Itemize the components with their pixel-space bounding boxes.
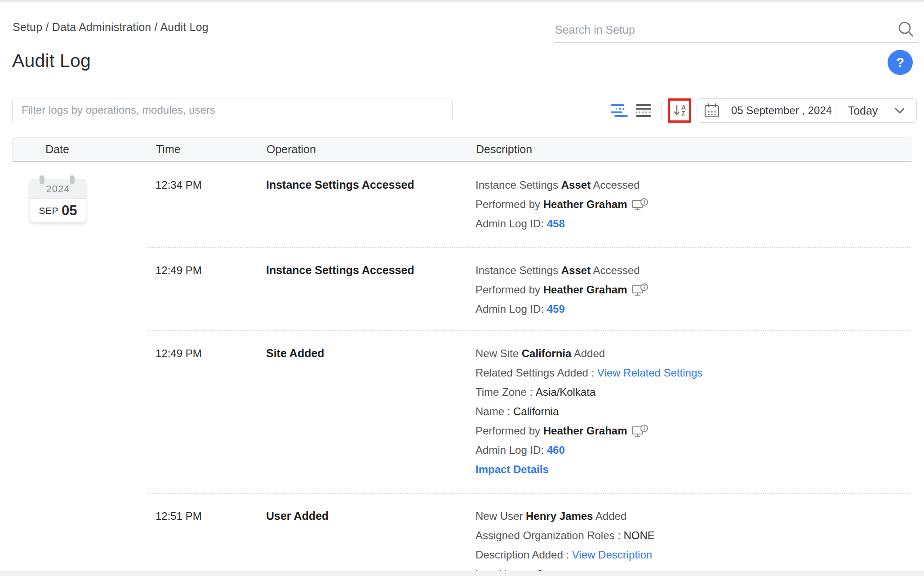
description-text: Time Zone :: [475, 386, 536, 398]
detail-line: [636, 108, 651, 110]
setup-search: [554, 17, 918, 43]
link[interactable]: View Description: [572, 549, 652, 561]
row-description: Instance Settings Asset AccessedPerforme…: [470, 247, 911, 330]
detail-line: [636, 104, 651, 106]
device-info-icon[interactable]: [631, 424, 649, 439]
summary-line: [614, 115, 628, 117]
row-operation: Site Added: [259, 330, 470, 493]
audit-log-table: Date Time Operation Description 2024SEP0…: [12, 137, 911, 576]
date-picker-group: 05 September , 2024 Today: [697, 98, 917, 123]
row-description: New User Henry James AddedAssigned Organ…: [470, 493, 911, 576]
description-text: California: [522, 347, 572, 359]
description-line: New Site California Added: [475, 344, 901, 363]
description-text: Added: [593, 510, 626, 522]
date-card-year: 2024: [30, 179, 86, 199]
description-line: Instance Settings Asset Accessed: [475, 261, 901, 280]
binder-ring: [70, 175, 75, 184]
description-line: Related Settings Added : View Related Se…: [475, 363, 901, 382]
description-text: Assigned Organization Roles :: [475, 529, 624, 541]
description-text: Performed by: [475, 284, 543, 296]
description-text: Name :: [475, 405, 513, 417]
date-card-month: SEP: [39, 201, 58, 220]
sort-az-button[interactable]: AZ: [668, 98, 691, 123]
description-text: Instance Settings: [475, 179, 561, 191]
description-text: Admin Log ID:: [475, 444, 547, 456]
row-description: New Site California AddedRelated Setting…: [470, 330, 911, 493]
toolbar: AZ 05 September , 2024 Today: [611, 98, 917, 123]
description-text: Accessed: [591, 179, 640, 191]
search-input[interactable]: [554, 23, 897, 37]
row-operation: Instance Settings Accessed: [259, 162, 470, 247]
detail-view-icon[interactable]: [636, 102, 654, 119]
description-text: Performed by: [475, 425, 543, 437]
description-line: Admin Log ID: 458: [475, 214, 901, 233]
row-time: 12:49 PM: [148, 247, 259, 330]
description-text: Heather Graham: [543, 284, 627, 296]
description-text: Asset: [561, 264, 591, 276]
calendar-button[interactable]: [697, 99, 727, 122]
table-row: 12:49 PMSite AddedNew Site California Ad…: [12, 330, 911, 493]
page-title: Audit Log: [12, 50, 91, 71]
date-cell: [12, 330, 148, 493]
description-text: Asset: [561, 179, 591, 191]
description-text: Accessed: [591, 264, 640, 276]
table-row: 12:49 PMInstance Settings AccessedInstan…: [12, 247, 911, 330]
description-text: California: [513, 405, 559, 417]
selected-date-label[interactable]: 05 September , 2024: [727, 104, 836, 117]
range-dropdown[interactable]: Today: [836, 99, 916, 122]
date-cell: [12, 493, 148, 576]
top-edge-shadow: [0, 0, 924, 3]
arrow-down-icon: [673, 104, 680, 117]
chevron-down-icon: [895, 108, 905, 114]
admin-log-id-link[interactable]: 459: [547, 303, 565, 315]
description-text: Henry James: [526, 510, 593, 522]
a-z-letters: AZ: [681, 105, 686, 116]
description-line: Admin Log ID: 459: [475, 299, 901, 319]
calendar-icon: [704, 103, 720, 118]
description-text: NONE: [624, 529, 655, 541]
column-header-time: Time: [149, 137, 259, 162]
range-label: Today: [848, 104, 878, 117]
sort-az-icon: AZ: [673, 104, 686, 117]
device-info-icon[interactable]: [631, 283, 649, 297]
link[interactable]: View Related Settings: [597, 367, 702, 379]
description-text: New Site: [475, 347, 522, 359]
description-line: Instance Settings Asset Accessed: [475, 175, 901, 195]
binder-ring: [40, 175, 44, 184]
description-text: New User: [475, 510, 526, 522]
help-button[interactable]: ?: [888, 50, 913, 75]
description-text: Performed by: [475, 198, 543, 210]
description-line: Assigned Organization Roles : NONE: [475, 526, 901, 545]
date-cell: 2024SEP05: [12, 162, 148, 247]
summary-line: [616, 108, 625, 110]
breadcrumb[interactable]: Setup / Data Administration / Audit Log: [13, 21, 209, 34]
description-line: Admin Log ID: 460: [475, 440, 901, 460]
description-text: Description Added :: [475, 549, 572, 561]
summary-line: [611, 104, 624, 106]
row-time: 12:51 PM: [148, 493, 259, 576]
table-row: 12:51 PMUser AddedNew User Henry James A…: [12, 493, 911, 576]
column-header-operation: Operation: [259, 137, 471, 162]
description-text: Instance Settings: [475, 264, 561, 276]
link[interactable]: Impact Details: [475, 463, 549, 475]
description-text: Admin Log ID:: [475, 217, 547, 230]
toolbar-divider: [661, 102, 662, 120]
admin-log-id-link[interactable]: 458: [547, 217, 565, 230]
detail-line: [636, 111, 651, 113]
row-time: 12:49 PM: [148, 330, 259, 493]
description-line: Performed by Heather Graham: [475, 195, 901, 214]
filter-input[interactable]: [12, 98, 453, 122]
date-card-day: 05: [62, 201, 77, 220]
description-line: New User Henry James Added: [475, 506, 901, 526]
description-text: Related Settings Added :: [475, 367, 597, 379]
description-text: Heather Graham: [543, 198, 627, 210]
admin-log-id-link[interactable]: 460: [547, 444, 565, 456]
summary-view-icon[interactable]: [611, 102, 629, 119]
description-line: Name : California: [475, 402, 901, 421]
description-text: Heather Graham: [543, 425, 627, 437]
search-icon[interactable]: [897, 21, 915, 39]
table-row: 2024SEP0512:34 PMInstance Settings Acces…: [12, 162, 911, 247]
description-line: Time Zone : Asia/Kolkata: [475, 382, 901, 402]
device-info-icon[interactable]: [631, 198, 649, 212]
row-time: 12:34 PM: [148, 162, 259, 247]
